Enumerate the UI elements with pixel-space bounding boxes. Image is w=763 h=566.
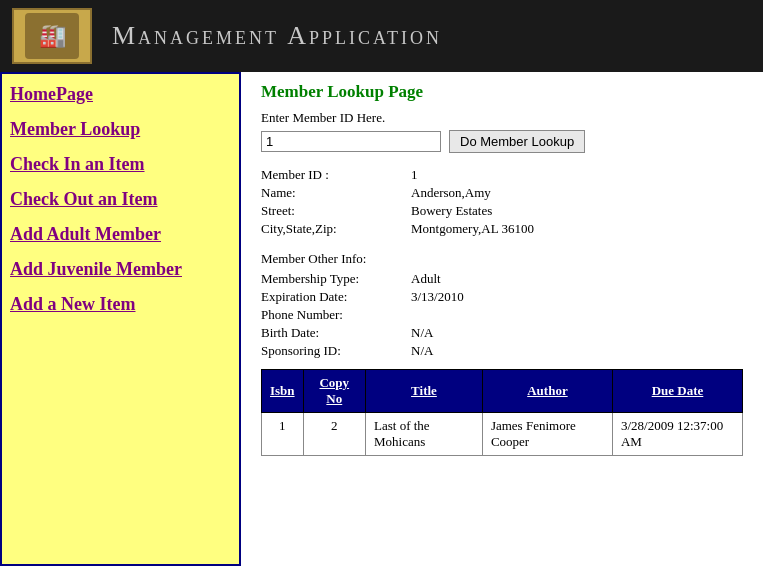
table-column-header: Isbn (262, 370, 304, 413)
table-header-row: IsbnCopy NoTitleAuthorDue Date (262, 370, 743, 413)
sidebar-link-add-item[interactable]: Add a New Item (10, 294, 231, 315)
table-cell: 3/28/2009 12:37:00 AM (612, 413, 742, 456)
member-field-value: 1 (411, 167, 418, 183)
other-field-value: N/A (411, 325, 433, 341)
other-info-row: Membership Type:Adult (261, 271, 743, 287)
sidebar-link-add-adult[interactable]: Add Adult Member (10, 224, 231, 245)
member-field-label: Street: (261, 203, 411, 219)
table-column-header: Copy No (303, 370, 365, 413)
other-field-value: N/A (411, 343, 433, 359)
other-field-label: Birth Date: (261, 325, 411, 341)
table-column-header: Author (482, 370, 612, 413)
items-table: IsbnCopy NoTitleAuthorDue Date 12Last of… (261, 369, 743, 456)
other-field-label: Phone Number: (261, 307, 411, 323)
table-cell: 1 (262, 413, 304, 456)
app-title: Management Application (112, 21, 442, 51)
member-info-row: Name:Anderson,Amy (261, 185, 743, 201)
other-info-header: Member Other Info: (261, 251, 743, 267)
sidebar-link-add-juvenile[interactable]: Add Juvenile Member (10, 259, 231, 280)
main-content: Member Lookup Page Enter Member ID Here.… (241, 72, 763, 566)
sidebar-link-member-lookup[interactable]: Member Lookup (10, 119, 231, 140)
sidebar-link-check-in[interactable]: Check In an Item (10, 154, 231, 175)
lookup-row: Do Member Lookup (261, 130, 743, 153)
lookup-label: Enter Member ID Here. (261, 110, 743, 126)
logo-box: 🏭 (12, 8, 92, 64)
other-info-row: Birth Date:N/A (261, 325, 743, 341)
member-info-row: City,State,Zip:Montgomery,AL 36100 (261, 221, 743, 237)
member-info-row: Street:Bowery Estates (261, 203, 743, 219)
member-field-value: Montgomery,AL 36100 (411, 221, 534, 237)
main-layout: HomePageMember LookupCheck In an ItemChe… (0, 72, 763, 566)
table-row: 12Last of the MohicansJames Fenimore Coo… (262, 413, 743, 456)
member-field-label: Member ID : (261, 167, 411, 183)
member-field-label: City,State,Zip: (261, 221, 411, 237)
other-info-row: Expiration Date:3/13/2010 (261, 289, 743, 305)
member-field-value: Bowery Estates (411, 203, 492, 219)
other-info-row: Phone Number: (261, 307, 743, 323)
sidebar-link-homepage[interactable]: HomePage (10, 84, 231, 105)
member-id-input[interactable] (261, 131, 441, 152)
other-field-label: Membership Type: (261, 271, 411, 287)
member-field-label: Name: (261, 185, 411, 201)
table-cell: James Fenimore Cooper (482, 413, 612, 456)
table-cell: 2 (303, 413, 365, 456)
other-field-value: Adult (411, 271, 441, 287)
table-cell: Last of the Mohicans (366, 413, 483, 456)
other-field-label: Sponsoring ID: (261, 343, 411, 359)
member-other-info: Membership Type:AdultExpiration Date:3/1… (261, 271, 743, 359)
member-field-value: Anderson,Amy (411, 185, 491, 201)
logo-icon: 🏭 (25, 13, 79, 59)
table-column-header: Due Date (612, 370, 742, 413)
app-header: 🏭 Management Application (0, 0, 763, 72)
page-title: Member Lookup Page (261, 82, 743, 102)
table-body: 12Last of the MohicansJames Fenimore Coo… (262, 413, 743, 456)
table-header: IsbnCopy NoTitleAuthorDue Date (262, 370, 743, 413)
sidebar-link-check-out[interactable]: Check Out an Item (10, 189, 231, 210)
other-info-row: Sponsoring ID:N/A (261, 343, 743, 359)
other-field-label: Expiration Date: (261, 289, 411, 305)
table-column-header: Title (366, 370, 483, 413)
sidebar: HomePageMember LookupCheck In an ItemChe… (0, 72, 241, 566)
lookup-button[interactable]: Do Member Lookup (449, 130, 585, 153)
member-info-row: Member ID :1 (261, 167, 743, 183)
member-basic-info: Member ID :1Name:Anderson,AmyStreet:Bowe… (261, 167, 743, 237)
other-field-value: 3/13/2010 (411, 289, 464, 305)
